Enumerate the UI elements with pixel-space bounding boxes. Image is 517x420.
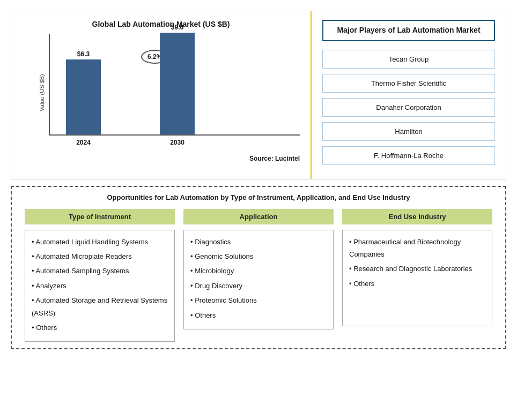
y-axis-label: Value (US $B) bbox=[39, 74, 45, 111]
chart-container: Value (US $B) $6.3 2024 6.2% bbox=[22, 34, 300, 152]
bar-group: $6.3 2024 6.2% $9.0 203 bbox=[49, 34, 300, 136]
bottom-section: Opportunities for Lab Automation by Type… bbox=[11, 186, 506, 350]
list-item: Pharmaceutical and Biotechnology Compani… bbox=[349, 236, 485, 261]
bar-2030: $9.0 2030 bbox=[160, 24, 195, 134]
source-text: Source: Lucintel bbox=[22, 155, 300, 162]
list-item: Others bbox=[190, 309, 327, 321]
top-section: Global Lab Automation Market (US $B) Val… bbox=[11, 11, 506, 179]
player-item-3: Hamilton bbox=[322, 122, 495, 141]
player-item-2: Danaher Corporation bbox=[322, 98, 495, 117]
bar-2024: $6.3 2024 bbox=[66, 50, 101, 134]
players-area: Major Players of Lab Automation Market T… bbox=[312, 11, 506, 179]
col-header-instrument: Type of Instrument bbox=[25, 209, 175, 224]
players-title: Major Players of Lab Automation Market bbox=[322, 20, 495, 41]
bar-value-2024: $6.3 bbox=[77, 50, 90, 58]
col-application: Application Diagnostics Genomic Solution… bbox=[179, 209, 338, 342]
bar-value-2030: $9.0 bbox=[171, 24, 183, 31]
player-item-1: Thermo Fisher Scientific bbox=[322, 74, 495, 93]
list-item: Others bbox=[349, 278, 485, 290]
col-content-application: Diagnostics Genomic Solutions Microbiolo… bbox=[183, 230, 334, 329]
list-item: Automated Liquid Handling Systems bbox=[32, 236, 168, 248]
list-item: Automated Microplate Readers bbox=[32, 250, 168, 262]
col-header-application: Application bbox=[183, 209, 334, 224]
instrument-list: Automated Liquid Handling Systems Automa… bbox=[32, 236, 168, 334]
application-list: Diagnostics Genomic Solutions Microbiolo… bbox=[190, 236, 327, 321]
player-item-0: Tecan Group bbox=[322, 50, 495, 69]
col-content-end-use: Pharmaceutical and Biotechnology Compani… bbox=[342, 230, 492, 326]
bar-rect-2030 bbox=[160, 33, 195, 134]
list-item: Analyzers bbox=[32, 280, 168, 292]
list-item: Automated Storage and Retrieval Systems … bbox=[32, 294, 168, 319]
columns-row: Type of Instrument Automated Liquid Hand… bbox=[20, 209, 497, 342]
list-item: Drug Discovery bbox=[190, 280, 327, 292]
col-content-instrument: Automated Liquid Handling Systems Automa… bbox=[25, 230, 175, 342]
end-use-list: Pharmaceutical and Biotechnology Compani… bbox=[349, 236, 485, 290]
list-item: Others bbox=[32, 321, 168, 334]
list-item: Microbiology bbox=[190, 265, 327, 277]
col-end-use: End Use Industry Pharmaceutical and Biot… bbox=[338, 209, 497, 342]
list-item: Automated Sampling Systems bbox=[32, 265, 168, 277]
list-item: Proteomic Solutions bbox=[190, 294, 327, 306]
col-instrument: Type of Instrument Automated Liquid Hand… bbox=[20, 209, 179, 342]
list-item: Genomic Solutions bbox=[190, 250, 327, 262]
col-header-end-use: End Use Industry bbox=[342, 209, 492, 224]
chart-area: Global Lab Automation Market (US $B) Val… bbox=[11, 11, 312, 179]
bar-label-2024: 2024 bbox=[76, 139, 91, 146]
player-item-4: F. Hoffmann-La Roche bbox=[322, 146, 495, 165]
list-item: Diagnostics bbox=[190, 236, 327, 248]
bottom-title: Opportunities for Lab Automation by Type… bbox=[20, 193, 497, 201]
list-item: Research and Diagnostic Laboratories bbox=[349, 262, 485, 275]
bar-label-2030: 2030 bbox=[170, 139, 184, 146]
bar-rect-2024 bbox=[66, 59, 101, 134]
